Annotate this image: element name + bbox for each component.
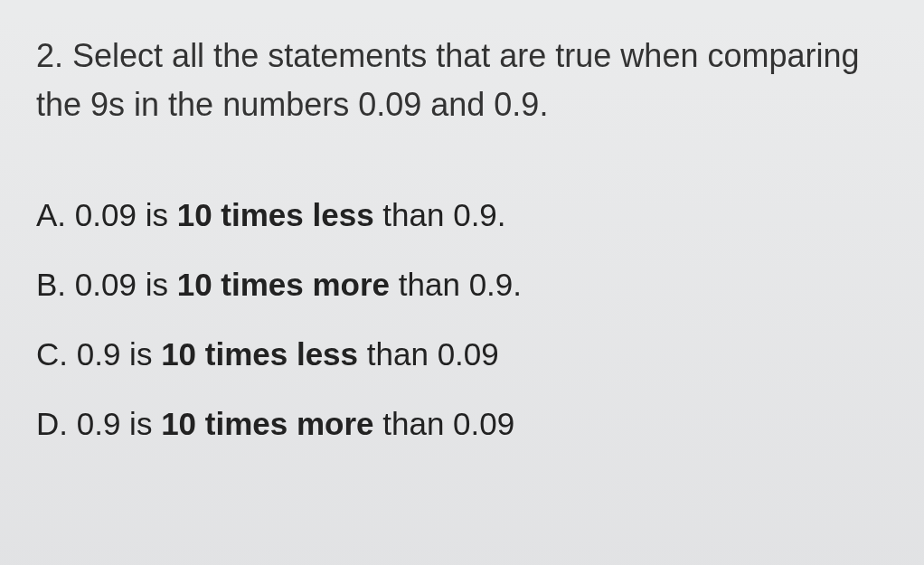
option-text-bold: 10 times more — [161, 406, 373, 441]
option-text-part: than 0.9. — [390, 267, 522, 302]
option-a[interactable]: A. 0.09 is 10 times less than 0.9. — [36, 193, 888, 237]
option-letter: C. — [36, 336, 68, 372]
question-container: 2. Select all the statements that are tr… — [36, 32, 888, 446]
option-text-part: 0.9 is — [77, 406, 161, 441]
question-text: Select all the statements that are true … — [36, 37, 860, 123]
option-text-part: than 0.09 — [358, 336, 499, 372]
option-text-part: 0.09 is — [75, 197, 177, 232]
option-letter: D. — [36, 406, 68, 441]
question-prompt: 2. Select all the statements that are tr… — [36, 32, 888, 129]
question-number: 2. — [36, 37, 63, 74]
option-c[interactable]: C. 0.9 is 10 times less than 0.09 — [36, 332, 888, 376]
option-b[interactable]: B. 0.09 is 10 times more than 0.9. — [36, 262, 888, 306]
options-list: A. 0.09 is 10 times less than 0.9. B. 0.… — [36, 193, 888, 446]
option-d[interactable]: D. 0.9 is 10 times more than 0.09 — [36, 401, 888, 446]
option-text-part: than 0.9. — [374, 197, 506, 232]
option-text-bold: 10 times less — [161, 336, 358, 372]
option-text-part: 0.9 is — [77, 336, 161, 372]
option-text-bold: 10 times more — [177, 267, 390, 302]
option-letter: A. — [36, 197, 66, 232]
option-text-part: 0.09 is — [75, 267, 177, 302]
option-text-part: than 0.09 — [374, 406, 515, 441]
option-letter: B. — [36, 267, 66, 302]
option-text-bold: 10 times less — [177, 197, 374, 232]
